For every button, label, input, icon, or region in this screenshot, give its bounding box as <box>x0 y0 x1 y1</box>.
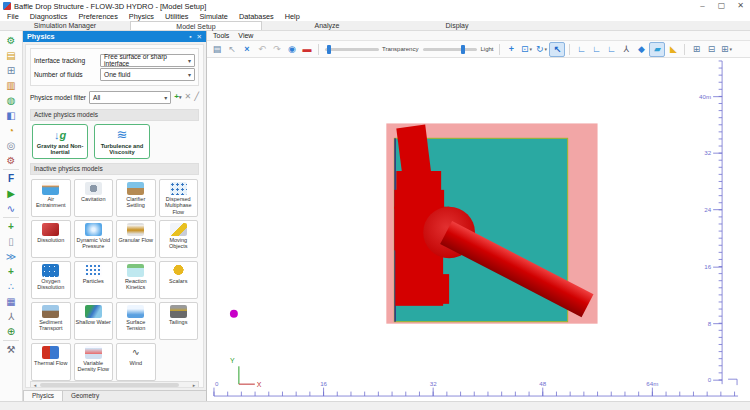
output-options-icon[interactable]: F <box>3 171 19 186</box>
pin-icon[interactable]: ▪ <box>189 33 191 40</box>
maximize-button[interactable]: ▢ <box>712 0 731 12</box>
model-card-dispersed-multiphase-flow[interactable]: Dispersed Multiphase Flow <box>159 179 199 217</box>
mesh-grid-icon[interactable]: ▦ <box>3 294 19 309</box>
select-arrow-icon[interactable]: ↖ <box>549 42 565 57</box>
panel-horizontal-scrollbar[interactable]: ◂ ▸ <box>30 381 199 388</box>
scroll-left-icon[interactable]: ◂ <box>31 382 39 388</box>
panel-tab-physics[interactable]: Physics <box>23 391 63 401</box>
transparency-slider-handle[interactable] <box>327 45 331 54</box>
model-card-oxygen-dissolution[interactable]: Oxygen Dissolution <box>31 261 71 299</box>
scroll-right-icon[interactable]: ▸ <box>190 382 198 388</box>
physics-model-filter-select[interactable]: All ▾ <box>89 91 171 104</box>
meshing-sphere-icon[interactable]: ◍ <box>3 93 19 108</box>
delete-filter-button[interactable]: ✕ <box>184 93 191 101</box>
tab-simulation-manager[interactable]: Simulation Manager <box>0 21 130 30</box>
scrollbar-thumb[interactable] <box>40 383 179 387</box>
menu-diagnostics[interactable]: Diagnostics <box>30 12 68 21</box>
add-filter-button[interactable]: +▾ <box>174 93 181 101</box>
marker-icon[interactable]: ▬ <box>300 43 314 56</box>
menu-help[interactable]: Help <box>285 12 300 21</box>
render-canvas[interactable]: Y X 016324864m40m32241680 <box>207 58 750 401</box>
numerics-gear-icon[interactable]: ⚙ <box>3 153 19 168</box>
view-xy-icon[interactable]: ∟ <box>574 43 588 56</box>
view-xz-icon[interactable]: ∟ <box>589 43 603 56</box>
tab-analyze[interactable]: Analyze <box>262 21 392 30</box>
model-card-scalars[interactable]: Scalars <box>159 261 199 299</box>
menu-utilities[interactable]: Utilities <box>165 12 189 21</box>
model-card-particles[interactable]: Particles <box>74 261 114 299</box>
panel-tab-geometry[interactable]: Geometry <box>63 391 107 401</box>
globe-link-icon[interactable]: ⊕ <box>3 324 19 339</box>
pan-icon[interactable]: + <box>504 43 518 56</box>
add-component-icon[interactable]: + <box>3 264 19 279</box>
cleanup-brush-icon[interactable]: ⚒ <box>3 342 19 357</box>
close-button[interactable]: ✕ <box>731 0 750 12</box>
run-simulation-icon[interactable]: ▶ <box>3 186 19 201</box>
model-card-thermal-flow[interactable]: Thermal Flow <box>31 343 71 381</box>
probe-search-icon[interactable]: ◎ <box>3 138 19 153</box>
model-card-gravity-and-non-inertial[interactable]: ↓gGravity and Non-Inertial <box>32 124 88 159</box>
layout-split-icon[interactable]: ⊟ <box>704 43 718 56</box>
model-card-dynamic-void-pressure[interactable]: Dynamic Void Pressure <box>74 220 114 258</box>
edit-filter-button[interactable]: ╱ <box>194 93 199 101</box>
interface-tracking-select[interactable]: Free surface or sharp interface ▾ <box>100 54 195 67</box>
model-card-wind[interactable]: ∿Wind <box>116 343 156 381</box>
number-of-fluids-select[interactable]: One fluid ▾ <box>100 68 195 81</box>
menu-physics[interactable]: Physics <box>129 12 154 21</box>
model-card-granular-flow[interactable]: Granular Flow <box>116 220 156 258</box>
light-slider[interactable]: Light <box>423 46 493 52</box>
axis-probe-icon[interactable]: ⅄ <box>619 43 633 56</box>
boundary-flow-icon[interactable]: ≫ <box>3 249 19 264</box>
model-card-variable-density-flow[interactable]: Variable Density Flow <box>74 343 114 381</box>
layout-quad-icon[interactable]: ⊞▾ <box>719 43 733 56</box>
template-doc-icon[interactable]: ▯ <box>3 234 19 249</box>
fit-window-icon[interactable]: × <box>240 43 254 56</box>
model-card-moving-objects[interactable]: Moving Objects <box>159 220 199 258</box>
model-card-surface-tension[interactable]: Surface Tension <box>116 302 156 340</box>
view-yz-icon[interactable]: ∟ <box>604 43 618 56</box>
global-settings-icon[interactable]: ⚙ <box>3 33 19 48</box>
model-card-air-entrainment[interactable]: Air Entrainment <box>31 179 71 217</box>
menu-simulate[interactable]: Simulate <box>199 12 227 21</box>
solid-view-icon[interactable]: ◆ <box>634 43 648 56</box>
panel-close-icon[interactable]: ✕ <box>197 33 202 41</box>
add-mesh-icon[interactable]: + <box>3 219 19 234</box>
menu-preferences[interactable]: Preferences <box>78 12 117 21</box>
model-card-dissolution[interactable]: Dissolution <box>31 220 71 258</box>
toolbar-separator <box>318 44 319 55</box>
model-card-tailings[interactable]: Tailings <box>159 302 199 340</box>
particles-source-icon[interactable]: ∴ <box>3 279 19 294</box>
materials-database-icon[interactable]: ▥ <box>3 78 19 93</box>
measure-icon[interactable]: ◣ <box>666 43 680 56</box>
transparency-slider[interactable]: Transparency <box>325 46 418 52</box>
zoom-box-icon[interactable]: ⊡▾ <box>519 43 533 56</box>
geometry-cube-icon[interactable]: ◧ <box>3 108 19 123</box>
undo-icon[interactable]: ↶ <box>255 43 269 56</box>
viewport-menu-view[interactable]: View <box>238 32 253 39</box>
minimize-button[interactable]: – <box>693 0 712 12</box>
layout-single-icon[interactable]: ⊞ <box>689 43 703 56</box>
plots-icon[interactable]: ∿ <box>3 201 19 216</box>
simulation-monitor-icon[interactable]: ⊞ <box>3 63 19 78</box>
print-icon[interactable]: ▤ <box>210 43 224 56</box>
rotate-icon[interactable]: ↻▾ <box>534 43 548 56</box>
redo-icon[interactable]: ↷ <box>270 43 284 56</box>
time-settings-icon[interactable]: ◔ <box>3 123 19 138</box>
model-card-shallow-water[interactable]: Shallow Water <box>74 302 114 340</box>
model-card-reaction-kinetics[interactable]: Reaction Kinetics <box>116 261 156 299</box>
model-card-turbulence-and-viscosity[interactable]: ≋Turbulence and Viscosity <box>94 124 150 159</box>
model-card-cavitation[interactable]: Cavitation <box>74 179 114 217</box>
model-card-sediment-transport[interactable]: Sediment Transport <box>31 302 71 340</box>
pointer-edit-icon[interactable]: ↖ <box>225 43 239 56</box>
shaded-view-icon[interactable]: ▰ <box>649 42 665 57</box>
camera-icon[interactable]: ◉ <box>285 43 299 56</box>
tab-display[interactable]: Display <box>392 21 522 30</box>
network-tree-icon[interactable]: ⅄ <box>3 309 19 324</box>
model-card-clarifier-settling[interactable]: Clarifier Settling <box>116 179 156 217</box>
menu-databases[interactable]: Databases <box>239 12 274 21</box>
fluids-database-icon[interactable]: ▤ <box>3 48 19 63</box>
viewport-menu-tools[interactable]: Tools <box>213 32 229 39</box>
light-slider-handle[interactable] <box>461 45 465 54</box>
tab-model-setup[interactable]: Model Setup <box>130 21 262 30</box>
menu-file[interactable]: File <box>7 12 19 21</box>
